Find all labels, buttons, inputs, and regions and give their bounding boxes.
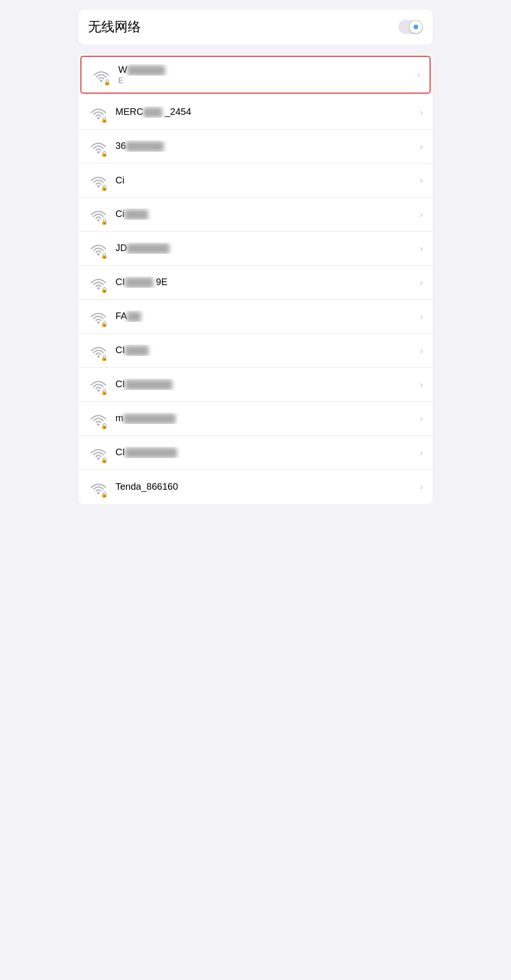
svg-point-7: [97, 321, 100, 324]
wifi-signal-icon: 🔒: [88, 171, 109, 189]
network-info: MERC _2454: [115, 106, 415, 118]
svg-point-12: [97, 492, 100, 494]
svg-point-6: [97, 287, 100, 290]
wifi-signal-icon: 🔒: [88, 409, 109, 427]
wifi-signal-icon: 🔒: [88, 239, 109, 257]
network-item[interactable]: 🔒 MERC _2454›: [79, 95, 432, 130]
svg-point-9: [97, 390, 100, 392]
network-info: m: [115, 413, 415, 424]
chevron-icon: ›: [420, 345, 423, 356]
network-info: CI: [115, 379, 415, 390]
wifi-signal-icon: 🔒: [88, 307, 109, 325]
wifi-signal-icon: 🔒: [88, 205, 109, 223]
chevron-icon: ›: [420, 481, 423, 492]
wifi-toggle[interactable]: [398, 20, 423, 34]
network-name: CI: [115, 345, 415, 356]
wifi-title: 无线网络: [88, 18, 141, 36]
wifi-signal-icon: 🔒: [91, 66, 112, 84]
network-info: FA: [115, 311, 415, 322]
svg-point-3: [97, 185, 100, 188]
wifi-signal-icon: 🔒: [88, 478, 109, 496]
network-name: CI 9E: [115, 277, 415, 288]
network-item[interactable]: 🔒 FA›: [79, 300, 432, 334]
chevron-icon: ›: [420, 277, 423, 288]
wifi-signal-icon: 🔒: [88, 103, 109, 121]
networks-list: 🔒 WE› 🔒 MERC _2454› 🔒 36›: [79, 54, 432, 504]
network-item[interactable]: 🔒 WE›: [80, 56, 431, 94]
chevron-icon: ›: [420, 447, 423, 458]
chevron-icon: ›: [420, 209, 423, 220]
network-info: Tenda_866160: [115, 481, 415, 492]
network-name: CI: [115, 379, 415, 390]
network-item[interactable]: 🔒 Ci›: [79, 164, 432, 198]
svg-point-5: [97, 253, 100, 256]
svg-point-2: [97, 151, 100, 154]
toggle-dot: [410, 21, 422, 33]
chevron-icon: ›: [420, 379, 423, 390]
toggle-indicator: [414, 25, 418, 29]
chevron-icon: ›: [420, 413, 423, 424]
network-name: FA: [115, 311, 415, 322]
network-item[interactable]: 🔒 Ci›: [79, 198, 432, 232]
network-item[interactable]: 🔒 CI›: [79, 334, 432, 368]
network-name: Ci: [115, 208, 415, 220]
chevron-icon: ›: [420, 243, 423, 254]
network-item[interactable]: 🔒 36›: [79, 130, 432, 164]
chevron-icon: ›: [420, 141, 423, 152]
chevron-icon: ›: [417, 69, 420, 80]
svg-point-4: [97, 219, 100, 222]
svg-point-1: [97, 117, 100, 120]
network-name: m: [115, 413, 415, 424]
network-item[interactable]: 🔒 m›: [79, 402, 432, 436]
network-info: CI: [115, 447, 415, 458]
svg-point-8: [97, 356, 100, 358]
wifi-signal-icon: 🔒: [88, 375, 109, 393]
chevron-icon: ›: [420, 107, 423, 118]
chevron-icon: ›: [420, 175, 423, 186]
chevron-icon: ›: [420, 311, 423, 322]
svg-point-11: [97, 458, 100, 460]
network-item[interactable]: 🔒 Tenda_866160›: [79, 470, 432, 504]
wifi-settings-section: 无线网络: [79, 9, 432, 44]
wifi-signal-icon: 🔒: [88, 137, 109, 155]
network-item[interactable]: 🔒 JD›: [79, 232, 432, 266]
wifi-header: 无线网络: [79, 9, 432, 44]
network-name: MERC _2454: [115, 106, 415, 118]
network-info: CI: [115, 345, 415, 356]
network-info: Ci: [115, 175, 415, 186]
svg-point-0: [100, 79, 103, 82]
network-info: 36: [115, 140, 415, 152]
network-name: Ci: [115, 175, 415, 186]
svg-point-10: [97, 424, 100, 426]
network-name: 36: [115, 140, 415, 152]
wifi-signal-icon: 🔒: [88, 273, 109, 291]
wifi-signal-icon: 🔒: [88, 341, 109, 359]
network-info: Ci: [115, 208, 415, 220]
wifi-signal-icon: 🔒: [88, 443, 109, 461]
network-item[interactable]: 🔒 CI›: [79, 368, 432, 402]
network-info: CI 9E: [115, 277, 415, 288]
network-item[interactable]: 🔒 CI›: [79, 436, 432, 470]
network-name: CI: [115, 447, 415, 458]
network-status: E: [118, 77, 412, 85]
network-item[interactable]: 🔒 CI 9E›: [79, 266, 432, 300]
network-info: JD: [115, 243, 415, 254]
network-info: WE: [118, 64, 412, 85]
network-name: Tenda_866160: [115, 481, 415, 492]
network-name: W: [118, 64, 412, 76]
network-name: JD: [115, 243, 415, 254]
